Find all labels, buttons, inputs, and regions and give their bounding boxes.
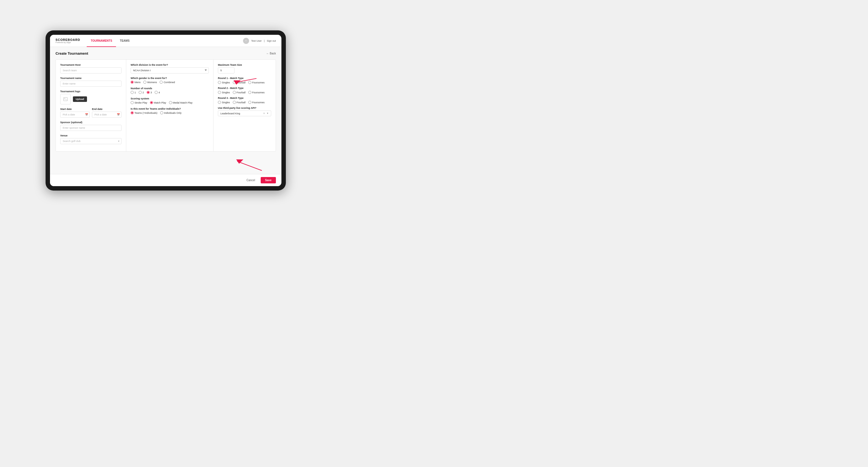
third-party-api-group: Use third-party live scoring API? Leader…	[218, 106, 271, 116]
form-grid: Tournament Host Tournament name Tourname…	[56, 59, 276, 152]
calendar-icon: 📅	[85, 113, 88, 116]
end-date-group: End date 📅	[92, 108, 122, 118]
tournament-host-label: Tournament Host	[60, 64, 122, 66]
round2-match-type-section: Round 2 - Match Type Singles Fourball Fo…	[218, 87, 271, 94]
brand-name: SCOREBOARD	[56, 38, 80, 41]
logo-placeholder	[60, 94, 71, 104]
tab-teams[interactable]: TEAMS	[116, 35, 133, 47]
scoring-radio-group: Stroke Play Match Play Medal Match Play	[131, 101, 209, 104]
round-3[interactable]: 3	[147, 91, 152, 94]
tournament-logo-label: Tournament logo	[60, 90, 122, 93]
gender-combined[interactable]: Combined	[160, 81, 175, 84]
round3-match-type-label: Round 3 - Match Type	[218, 97, 271, 99]
round-4[interactable]: 4	[155, 91, 160, 94]
api-tag-arrow-icon: ▼	[267, 112, 269, 115]
form-footer: Cancel Save	[50, 174, 281, 186]
round2-fourball[interactable]: Fourball	[233, 91, 246, 94]
tournament-name-input[interactable]	[60, 81, 122, 87]
scoring-match[interactable]: Match Play	[150, 101, 166, 104]
main-nav: TOURNAMENTS TEAMS	[87, 35, 133, 47]
teams-individuals-group: Is this event for Teams and/or Individua…	[131, 107, 209, 114]
upload-button[interactable]: Upload	[73, 96, 87, 102]
cancel-button[interactable]: Cancel	[243, 177, 258, 183]
tablet-screen: SCOREBOARD Powered by clippt TOURNAMENTS…	[50, 35, 281, 186]
brand-sub: Powered by clippt	[56, 41, 80, 43]
scoring-system-group: Scoring system Stroke Play Match Play Me…	[131, 97, 209, 104]
round3-singles[interactable]: Singles	[218, 101, 230, 104]
form-col-left: Tournament Host Tournament name Tourname…	[56, 60, 126, 151]
round2-options: Singles Fourball Foursomes	[218, 91, 271, 94]
save-button[interactable]: Save	[261, 177, 276, 183]
sign-out-link[interactable]: Sign out	[267, 39, 276, 42]
sponsor-input[interactable]	[60, 125, 122, 131]
page-header: Create Tournament ← Back	[56, 51, 276, 56]
gender-mens-label: Mens	[134, 81, 141, 84]
round-1[interactable]: 1	[131, 91, 136, 94]
max-team-size-input[interactable]	[218, 67, 235, 73]
dates-group: Start date 📅 End date	[60, 108, 122, 118]
max-team-size-group: Maximum Team Size	[218, 64, 271, 73]
round1-match-type-section: Round 1 - Match Type Singles Fourball Fo…	[218, 77, 271, 84]
gender-mens[interactable]: Mens	[131, 81, 141, 84]
third-party-api-label: Use third-party live scoring API?	[218, 106, 271, 110]
round1-foursomes[interactable]: Foursomes	[248, 81, 265, 84]
division-select[interactable]: NCAA Division I NCAA Division II NCAA Di…	[131, 67, 209, 73]
round1-options: Singles Fourball Foursomes	[218, 81, 271, 84]
back-button[interactable]: ← Back	[266, 52, 276, 55]
round2-foursomes[interactable]: Foursomes	[248, 91, 265, 94]
logo-upload-area: Upload	[60, 94, 122, 104]
api-tag-value: Leaderboard King	[220, 112, 261, 115]
individuals-option[interactable]: Individuals Only	[160, 111, 182, 114]
api-tag-remove[interactable]: ×	[263, 112, 265, 115]
tablet-frame: SCOREBOARD Powered by clippt TOURNAMENTS…	[45, 30, 286, 191]
venue-dropdown-icon: ▼	[118, 140, 120, 143]
page-content: Create Tournament ← Back Tournament Host…	[50, 47, 281, 174]
tournament-host-group: Tournament Host	[60, 64, 122, 73]
venue-input[interactable]	[60, 138, 122, 144]
round3-options: Singles Fourball Foursomes	[218, 101, 271, 104]
start-date-group: Start date 📅	[60, 108, 90, 118]
division-group: Which division is the event for? NCAA Di…	[131, 64, 209, 73]
page-title: Create Tournament	[56, 51, 88, 56]
teams-individuals-label: Is this event for Teams and/or Individua…	[131, 107, 209, 110]
scoring-medal[interactable]: Medal Match Play	[169, 101, 193, 104]
round2-singles[interactable]: Singles	[218, 91, 230, 94]
scoring-stroke[interactable]: Stroke Play	[131, 101, 147, 104]
round3-foursomes[interactable]: Foursomes	[248, 101, 265, 104]
tournament-name-label: Tournament name	[60, 77, 122, 80]
venue-group: Venue ▼	[60, 134, 122, 144]
form-col-middle: Which division is the event for? NCAA Di…	[126, 60, 214, 151]
teams-option[interactable]: Teams (+Individuals)	[131, 111, 157, 114]
tab-tournaments[interactable]: TOURNAMENTS	[87, 35, 116, 47]
form-col-right: Maximum Team Size Round 1 - Match Type S…	[214, 60, 276, 151]
app-header: SCOREBOARD Powered by clippt TOURNAMENTS…	[50, 35, 281, 47]
gender-womens-label: Womens	[147, 81, 157, 84]
start-date-label: Start date	[60, 108, 90, 111]
sponsor-group: Sponsor (optional)	[60, 121, 122, 131]
svg-point-1	[64, 98, 65, 99]
api-tag: Leaderboard King × ▼	[218, 111, 271, 116]
header-right: T Test User | Sign out	[243, 38, 276, 44]
round1-singles[interactable]: Singles	[218, 81, 230, 84]
round2-match-type-label: Round 2 - Match Type	[218, 87, 271, 90]
tournament-name-group: Tournament name	[60, 77, 122, 87]
teams-individuals-radio-group: Teams (+Individuals) Individuals Only	[131, 111, 209, 114]
rounds-label: Number of rounds	[131, 87, 209, 90]
round1-fourball[interactable]: Fourball	[233, 81, 246, 84]
gender-combined-label: Combined	[163, 81, 175, 84]
gender-label: Which gender is the event for?	[131, 77, 209, 80]
max-team-size-label: Maximum Team Size	[218, 64, 271, 66]
end-date-label: End date	[92, 108, 122, 111]
venue-label: Venue	[60, 134, 122, 137]
header-separator: |	[264, 39, 265, 42]
gender-group: Which gender is the event for? Mens Wome…	[131, 77, 209, 84]
user-name: Test User	[251, 39, 262, 42]
round3-fourball[interactable]: Fourball	[233, 101, 246, 104]
round1-match-type-label: Round 1 - Match Type	[218, 77, 271, 80]
tournament-host-input[interactable]	[60, 67, 122, 73]
start-date-wrap: 📅	[60, 112, 90, 118]
rounds-radio-group: 1 2 3 4	[131, 91, 209, 94]
gender-womens[interactable]: Womens	[143, 81, 157, 84]
round-2[interactable]: 2	[138, 91, 144, 94]
tournament-logo-group: Tournament logo Upload	[60, 90, 122, 104]
